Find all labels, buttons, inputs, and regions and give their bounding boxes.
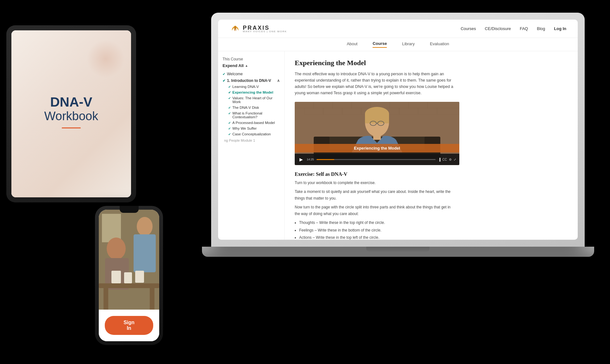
check-icon: ✔ [228, 106, 231, 109]
sidebar-sub-experiencing[interactable]: ✔ Experiencing the Model [223, 90, 280, 94]
check-icon: ✔ [228, 112, 231, 115]
exercise-text-1: Turn to your workbook to complete the ex… [295, 180, 453, 186]
sidebar-sub-learning-dna[interactable]: ✔ Learning DNA-V [223, 85, 280, 89]
intro-paragraph: The most effective way to introduce DNA-… [295, 71, 459, 96]
check-icon: ✔ [223, 79, 225, 83]
sidebar-sub-values[interactable]: ✔ Values: The Heart of Our Work [223, 96, 280, 104]
svg-point-4 [107, 238, 126, 260]
video-play-button[interactable]: ▶ [298, 156, 304, 163]
laptop-topbar: PRAXIS MANY VOICES | ONE WORK Courses CE… [218, 20, 578, 38]
check-icon: ✔ [228, 133, 231, 136]
lesson-main: Experiencing the Model The most effectiv… [285, 51, 578, 240]
exercise-bullets: Thoughts – Write these in the top right … [295, 219, 568, 240]
volume-icon[interactable]: ▐ [438, 158, 440, 161]
video-progress-fill [317, 159, 335, 160]
sidebar-sub-process[interactable]: ✔ A Processed-based Model [223, 121, 280, 125]
nav-blog[interactable]: Blog [537, 26, 545, 31]
fullscreen-icon[interactable]: ⤢ [454, 158, 456, 161]
check-icon: ✔ [228, 85, 231, 89]
video-controls[interactable]: ▶ 14:25 ▐ CC ⚙ ⤢ [295, 154, 459, 165]
video-control-icons[interactable]: ▐ CC ⚙ ⤢ [438, 158, 456, 161]
sidebar-section-1: ✔ 1. Introduction to DNA-V ∧ ✔ Learning … [223, 78, 280, 136]
subnav-evaluation[interactable]: Evaluation [430, 41, 449, 47]
nav-login[interactable]: Log In [554, 26, 566, 31]
sub-navigation: About Course Library Evaluation [218, 38, 578, 51]
svg-rect-6 [99, 283, 159, 288]
svg-rect-11 [135, 271, 144, 283]
svg-rect-39 [373, 133, 381, 140]
svg-point-2 [137, 217, 153, 236]
bullet-actions: Actions – Write these in the top left of… [299, 234, 568, 240]
video-timestamp: 14:25 [307, 158, 314, 161]
brand-logo: PRAXIS MANY VOICES | ONE WORK [230, 24, 287, 33]
lesson-title: Experiencing the Model [295, 59, 568, 67]
sidebar-section-1-title[interactable]: ✔ 1. Introduction to DNA-V ∧ [223, 78, 280, 83]
phone-device: Sign In [95, 206, 163, 345]
expand-all-button[interactable]: Expend All ▲ [223, 63, 280, 68]
nav-ce[interactable]: CE/Disclosure [485, 26, 511, 31]
tablet-title-line1: DNA-V [50, 95, 92, 109]
cc-icon[interactable]: CC [443, 158, 447, 161]
sidebar-item-welcome[interactable]: ✔ Welcome [223, 72, 280, 76]
this-course-label: This Course [223, 57, 280, 61]
svg-rect-10 [124, 272, 132, 283]
sidebar-sub-disk[interactable]: ✔ The DNA-V Disk [223, 106, 280, 109]
video-overlay-title: Experiencing the Model [295, 144, 459, 152]
tablet-cover: DNA-V Workbook [11, 30, 131, 197]
check-icon-active: ✔ [228, 91, 231, 94]
settings-icon[interactable]: ⚙ [449, 158, 452, 161]
sidebar-sub-suffer[interactable]: ✔ Why We Suffer [223, 126, 280, 130]
check-icon: ✔ [228, 127, 231, 130]
video-progress-bar[interactable] [317, 159, 436, 160]
sidebar-sub-functional[interactable]: ✔ What is Functional Contextualism? [223, 111, 280, 119]
check-icon: ✔ [228, 121, 231, 125]
nav-courses[interactable]: Courses [461, 26, 476, 31]
content-area: This Course Expend All ▲ ✔ Welcome [218, 51, 578, 240]
svg-rect-9 [111, 271, 121, 283]
phone-notch [120, 206, 139, 213]
tablet-title-line2: Workbook [44, 109, 98, 123]
sidebar-section-2-partial: ng People Module 1 [223, 139, 280, 142]
lesson-video[interactable]: Experiencing the Model ▶ 14:25 ▐ CC [295, 102, 459, 165]
bullet-feelings: Feelings – Write these in the bottom of … [299, 227, 568, 234]
nav-faq[interactable]: FAQ [520, 26, 528, 31]
brand-tagline: MANY VOICES | ONE WORK [243, 30, 287, 33]
svg-rect-35 [365, 114, 389, 123]
laptop-device: PRAXIS MANY VOICES | ONE WORK Courses CE… [211, 13, 585, 259]
praxis-logo-icon [230, 24, 241, 33]
subnav-library[interactable]: Library [402, 41, 415, 47]
check-icon: ✔ [228, 96, 231, 100]
exercise-text-3: Now turn to the page with the circle spl… [295, 204, 453, 217]
top-navigation: Courses CE/Disclosure FAQ Blog Log In [461, 26, 566, 31]
tablet-device: DNA-V Workbook [6, 25, 136, 202]
phone-signin-area: Sign In [99, 310, 159, 341]
phone-photo [99, 210, 159, 310]
chevron-icon: ∧ [277, 78, 280, 83]
check-icon: ✔ [223, 72, 225, 76]
chevron-up-icon: ▲ [245, 64, 248, 67]
svg-rect-8 [150, 288, 154, 310]
svg-rect-7 [104, 288, 108, 310]
svg-rect-3 [134, 234, 156, 272]
phone-signin-button[interactable]: Sign In [105, 316, 153, 335]
course-sidebar: This Course Expend All ▲ ✔ Welcome [218, 51, 285, 240]
subnav-about[interactable]: About [347, 41, 357, 47]
sidebar-sub-case[interactable]: ✔ Case Conceptualization [223, 132, 280, 136]
subnav-course[interactable]: Course [373, 41, 387, 48]
exercise-text-2: Take a moment to sit quietly and ask you… [295, 188, 453, 201]
bullet-thoughts: Thoughts – Write these in the top right … [299, 219, 568, 226]
exercise-title: Exercise: Self as DNA-V [295, 171, 568, 177]
